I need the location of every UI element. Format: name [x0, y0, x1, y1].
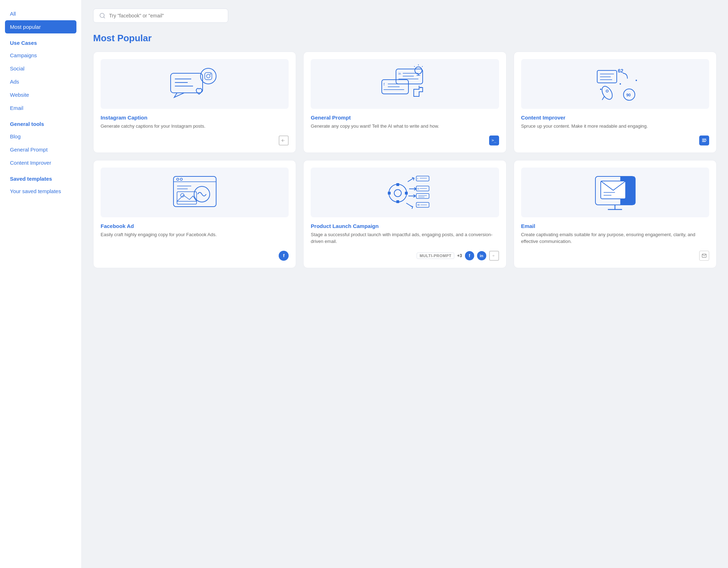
card-illustration-email: [521, 168, 709, 217]
card-email[interactable]: Email Create captivating emails suitable…: [514, 160, 717, 268]
svg-point-47: [180, 178, 182, 180]
card-desc-instagram: Generate catchy captions for your Instag…: [101, 123, 289, 130]
corner-bracket-icon: [281, 138, 286, 143]
linkedin-icon-product: in: [480, 254, 483, 258]
card-badge-email: [699, 251, 709, 261]
card-title-product-launch: Product Launch Campaign: [311, 223, 499, 229]
svg-rect-63: [416, 176, 429, 181]
svg-point-35: [606, 90, 608, 92]
card-badge-content-improver: [699, 136, 709, 145]
sidebar-item-social[interactable]: Social: [0, 62, 81, 75]
svg-text:✉: ✉: [417, 203, 420, 207]
sidebar-item-content-improver[interactable]: Content Improver: [0, 156, 81, 169]
card-title-general-prompt: General Prompt: [311, 115, 499, 121]
card-illustration-facebook-ad: [101, 168, 289, 217]
sidebar-item-your-saved-templates[interactable]: Your saved templates: [0, 185, 81, 198]
sidebar-item-ads[interactable]: Ads: [0, 75, 81, 88]
sidebar-item-most-popular[interactable]: Most popular: [5, 20, 76, 33]
svg-point-53: [389, 184, 407, 202]
card-illustration-product-launch: f in ✉: [311, 168, 499, 217]
svg-line-20: [422, 66, 423, 67]
facebook-icon-product: f: [469, 253, 470, 258]
svg-point-34: [600, 85, 615, 101]
sidebar-item-all[interactable]: All: [0, 7, 81, 20]
card-facebook-ad[interactable]: Facebook Ad Easily craft highly engaging…: [93, 160, 296, 268]
svg-text:in: in: [417, 187, 419, 190]
sidebar-item-campaigns[interactable]: Campaigns: [0, 49, 81, 62]
svg-rect-42: [702, 140, 705, 140]
svg-line-59: [408, 178, 413, 182]
svg-point-9: [210, 74, 211, 75]
svg-rect-11: [396, 69, 423, 84]
card-desc-general-prompt: Generate any copy you want! Tell the AI …: [311, 123, 499, 130]
sidebar-item-email[interactable]: Email: [0, 101, 81, 115]
illustration-instagram-svg: [166, 63, 223, 105]
svg-rect-58: [405, 192, 408, 195]
card-badge-general-prompt: >_: [489, 136, 499, 145]
illustration-email-svg: [587, 171, 643, 214]
card-instagram-caption[interactable]: Instagram Caption Generate catchy captio…: [93, 52, 296, 153]
sidebar-item-website[interactable]: Website: [0, 88, 81, 101]
card-title-content-improver: Content Improver: [521, 115, 709, 121]
svg-point-54: [394, 190, 401, 197]
sidebar-section-use-cases: Use Cases: [0, 33, 81, 49]
terminal-icon: >_: [492, 138, 496, 143]
card-illustration-content-improver: 62 90: [521, 59, 709, 109]
card-footer-general-prompt: >_: [311, 136, 499, 145]
svg-point-39: [620, 83, 621, 85]
card-title-facebook-ad: Facebook Ad: [101, 223, 289, 229]
card-footer-content-improver: [521, 136, 709, 145]
svg-rect-57: [388, 192, 391, 195]
sidebar-section-general-tools: General tools: [0, 115, 81, 130]
svg-line-1: [103, 17, 105, 18]
card-general-prompt[interactable]: in f: [303, 52, 506, 153]
card-badge-linkedin-product: in: [477, 251, 486, 260]
cards-grid: Instagram Caption Generate catchy captio…: [93, 52, 717, 268]
svg-line-21: [414, 66, 415, 67]
sidebar-section-saved-templates: Saved templates: [0, 169, 81, 185]
card-desc-facebook-ad: Easily craft highly engaging copy for yo…: [101, 231, 289, 245]
svg-rect-41: [702, 139, 706, 139]
card-illustration-general-prompt: in f: [311, 59, 499, 109]
card-title-instagram: Instagram Caption: [101, 115, 289, 121]
svg-rect-43: [702, 141, 706, 142]
card-footer-product-launch: MULTI-PROMPT +3 f in: [311, 251, 499, 261]
svg-point-46: [177, 178, 179, 180]
illustration-product-launch-svg: f in ✉: [376, 171, 433, 214]
sidebar-item-general-prompt[interactable]: General Prompt: [0, 143, 81, 156]
card-desc-product-launch: Stage a successful product launch with i…: [311, 231, 499, 245]
card-desc-content-improver: Spruce up your content. Make it more rea…: [521, 123, 709, 130]
card-desc-email: Create captivating emails suitable for a…: [521, 231, 709, 245]
card-content-improver[interactable]: 62 90: [514, 52, 717, 153]
svg-text:f: f: [417, 177, 418, 180]
card-footer-email: [521, 251, 709, 261]
card-title-email: Email: [521, 223, 709, 229]
card-badge-facebook-ad: f: [279, 251, 289, 261]
svg-rect-56: [396, 200, 399, 203]
illustration-general-prompt-svg: in f: [376, 63, 433, 105]
card-badge-instagram: [279, 136, 289, 145]
section-title: Most Popular: [93, 33, 717, 44]
svg-rect-2: [171, 73, 203, 93]
svg-rect-69: [416, 193, 429, 198]
svg-text:90: 90: [626, 93, 631, 97]
search-icon: [99, 12, 106, 19]
email-icon: [702, 253, 707, 258]
search-bar[interactable]: [93, 9, 228, 23]
illustration-facebook-ad-svg: [166, 171, 223, 214]
svg-point-40: [636, 80, 637, 81]
svg-point-8: [207, 74, 210, 78]
svg-text:in: in: [398, 72, 401, 75]
multi-prompt-label: MULTI-PROMPT: [417, 253, 454, 259]
card-badge-arrow-product: [489, 251, 499, 261]
svg-point-16: [415, 67, 422, 74]
card-badge-facebook-product: f: [465, 251, 474, 260]
search-input[interactable]: [109, 13, 222, 18]
list-improve-icon: [702, 138, 707, 143]
card-footer-facebook-ad: f: [101, 251, 289, 261]
main-content: Most Popular: [82, 0, 728, 568]
card-footer-instagram: [101, 136, 289, 145]
card-product-launch[interactable]: f in ✉ Product Launch Campaign Stage a s…: [303, 160, 506, 268]
sidebar-item-blog[interactable]: Blog: [0, 130, 81, 143]
sidebar: All Most popular Use Cases Campaigns Soc…: [0, 0, 82, 568]
